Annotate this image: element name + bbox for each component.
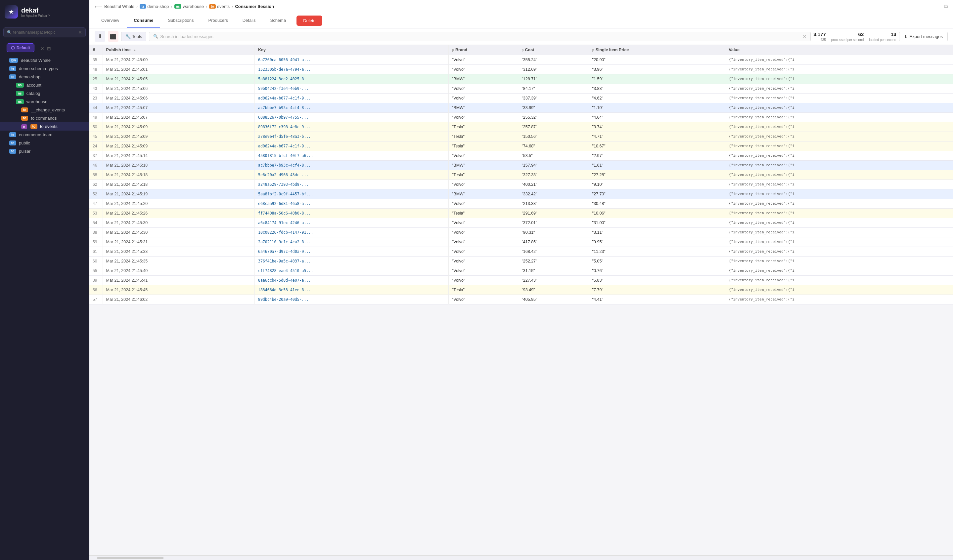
table-row[interactable]: 48 Mar 21, 2024 21:45:01 1523305b-de7a-4… xyxy=(89,65,953,74)
tab-schema[interactable]: Schema xyxy=(263,13,293,28)
cell-cost: "128.71" xyxy=(518,74,589,84)
table-row[interactable]: 38 Mar 21, 2024 21:45:30 10c08226-fdcb-4… xyxy=(89,227,953,237)
table-row[interactable]: 43 Mar 21, 2024 21:45:06 59b04242-f3e4-4… xyxy=(89,84,953,93)
messages-table-area[interactable]: # Publish time ▲ Key pBrand pCost pSingl… xyxy=(89,45,953,556)
tab-subscriptions[interactable]: Subscriptions xyxy=(161,13,200,28)
sidebar-item-demo-schema-types[interactable]: te demo-schema-types xyxy=(0,65,89,73)
topic-search-box[interactable]: 🔍 ✕ xyxy=(3,28,86,37)
table-row[interactable]: 25 Mar 21, 2024 21:45:05 5a88f224-3ec2-4… xyxy=(89,74,953,84)
horizontal-scrollbar[interactable] xyxy=(89,555,953,560)
cell-num: 35 xyxy=(89,55,102,65)
tab-consume[interactable]: Consume xyxy=(127,13,160,28)
table-row[interactable]: 52 Mar 21, 2024 21:45:19 5aa8fbf2-0c9f-4… xyxy=(89,189,953,199)
table-row[interactable]: 58 Mar 21, 2024 21:45:18 5e6c20a2-d966-4… xyxy=(89,170,953,179)
sidebar-item-warehouse[interactable]: ns warehouse xyxy=(0,97,89,106)
topic-search-input[interactable] xyxy=(13,30,78,35)
sidebar-label-demo-shop: demo-shop xyxy=(19,74,40,79)
table-row[interactable]: 57 Mar 21, 2024 21:46:02 89dbc4be-20a9-4… xyxy=(89,294,953,304)
sidebar-label-ecommerce-team: ecommerce-team xyxy=(19,132,52,137)
export-button[interactable]: ⬇ Export messages xyxy=(899,32,948,41)
clear-search-icon[interactable]: ✕ xyxy=(78,30,82,35)
table-row[interactable]: 49 Mar 21, 2024 21:45:07 60885267-0b97-4… xyxy=(89,112,953,122)
sidebar-item-commands[interactable]: to to commands xyxy=(0,114,89,122)
sidebar-item-change-events[interactable]: to __change_events xyxy=(0,106,89,114)
cell-key: 2a702110-9c1c-4ca2-8... xyxy=(255,237,449,247)
close-default-icon[interactable]: ✕ xyxy=(40,46,44,51)
table-row[interactable]: 59 Mar 21, 2024 21:45:31 2a702110-9c1c-4… xyxy=(89,237,953,247)
sidebar-item-beautiful-whale[interactable]: bw Beautiful Whale xyxy=(0,56,89,65)
cell-num: 52 xyxy=(89,189,102,199)
col-brand[interactable]: pBrand xyxy=(449,45,518,55)
table-row[interactable]: 44 Mar 21, 2024 21:45:07 ac7bbbe7-b93c-4… xyxy=(89,103,953,112)
breadcrumb-beautiful-whale[interactable]: Beautiful Whale xyxy=(104,4,134,9)
sidebar-item-events[interactable]: p to to events xyxy=(0,122,89,131)
table-row[interactable]: 35 Mar 21, 2024 21:45:00 6a7260ca-6056-4… xyxy=(89,55,953,65)
sidebar-item-pulsar[interactable]: te pulsar xyxy=(0,147,89,155)
pause-button[interactable]: ⏸ xyxy=(95,31,105,42)
sidebar-item-catalog[interactable]: ns catalog xyxy=(0,89,89,97)
table-row[interactable]: 24 Mar 21, 2024 21:45:09 ad06244a-b677-4… xyxy=(89,141,953,151)
tab-producers[interactable]: Producers xyxy=(202,13,234,28)
table-row[interactable]: 39 Mar 21, 2024 21:45:41 8aa6ccb4-5d8d-4… xyxy=(89,275,953,285)
breadcrumb-events[interactable]: to events xyxy=(209,4,230,9)
expand-icon[interactable]: ⊞ xyxy=(47,46,51,51)
cell-time: Mar 21, 2024 21:45:07 xyxy=(102,103,255,112)
cell-key: c1f74828-eae4-4510-a5... xyxy=(255,266,449,275)
cell-cost: "400.21" xyxy=(518,179,589,189)
table-row[interactable]: 47 Mar 21, 2024 21:45:20 e68caa92-6d81-4… xyxy=(89,199,953,208)
table-row[interactable]: 23 Mar 21, 2024 21:45:06 ad06244a-b677-4… xyxy=(89,93,953,103)
search-messages-input[interactable] xyxy=(160,34,801,39)
scrollbar-thumb[interactable] xyxy=(97,557,163,559)
default-badge[interactable]: ⬡ Default xyxy=(7,43,34,52)
cell-num: 57 xyxy=(89,294,102,304)
table-row[interactable]: 55 Mar 21, 2024 21:45:40 c1f74828-eae4-4… xyxy=(89,266,953,275)
sidebar-item-public[interactable]: te public xyxy=(0,139,89,147)
stop-button[interactable]: ⬛ xyxy=(108,31,118,42)
breadcrumb-warehouse[interactable]: ns warehouse xyxy=(174,4,204,9)
tab-overview[interactable]: Overview xyxy=(95,13,126,28)
stat-processed-label: processed per second xyxy=(831,38,864,42)
search-messages-input-wrapper[interactable]: 🔍 ✕ xyxy=(149,32,811,41)
table-row[interactable]: 37 Mar 21, 2024 21:45:14 4580f815-bfcf-4… xyxy=(89,151,953,160)
tab-details[interactable]: Details xyxy=(236,13,262,28)
stat-loaded-label: loaded per second xyxy=(869,38,896,42)
col-cost[interactable]: pCost xyxy=(518,45,589,55)
table-row[interactable]: 46 Mar 21, 2024 21:45:18 ac7bbbe7-b93c-4… xyxy=(89,160,953,170)
window-action-icon[interactable]: ⧉ xyxy=(944,4,948,9)
stat-processed-num: 62 xyxy=(858,31,864,38)
table-row[interactable]: 53 Mar 21, 2024 21:45:26 ff74408a-50c6-4… xyxy=(89,208,953,218)
cell-key: a248a529-7393-4bd9-... xyxy=(255,179,449,189)
sidebar-item-account[interactable]: ns account xyxy=(0,81,89,89)
cell-cost: "31.15" xyxy=(518,266,589,275)
table-row[interactable]: 50 Mar 21, 2024 21:45:09 89836f72-c398-4… xyxy=(89,122,953,131)
tools-button[interactable]: 🔧 Tools xyxy=(121,32,146,41)
cell-time: Mar 21, 2024 21:45:00 xyxy=(102,55,255,65)
table-row[interactable]: 45 Mar 21, 2024 21:45:09 a78e9e4f-d5fe-4… xyxy=(89,131,953,141)
table-row[interactable]: 60 Mar 21, 2024 21:45:35 376f41be-9a5c-4… xyxy=(89,256,953,266)
cell-price: "27.28" xyxy=(589,170,725,179)
breadcrumb-badge-to: to xyxy=(209,4,216,9)
default-label: Default xyxy=(17,46,30,50)
cell-brand: "BMW" xyxy=(449,74,518,84)
cell-value: {"inventory_item_received":{"i xyxy=(725,247,953,256)
table-row[interactable]: 62 Mar 21, 2024 21:45:18 a248a529-7393-4… xyxy=(89,179,953,189)
table-row[interactable]: 56 Mar 21, 2024 21:45:45 f834664d-3e53-4… xyxy=(89,285,953,294)
badge-change-events: to xyxy=(21,107,28,112)
breadcrumb-demo-shop[interactable]: te demo-shop xyxy=(140,4,169,9)
tab-delete[interactable]: Delete xyxy=(296,15,322,26)
cell-key: 60885267-0b97-4755-... xyxy=(255,112,449,122)
table-row[interactable]: 61 Mar 21, 2024 21:45:33 6a4670a7-d97c-4… xyxy=(89,247,953,256)
col-publish-time[interactable]: Publish time ▲ xyxy=(102,45,255,55)
table-row[interactable]: 54 Mar 21, 2024 21:45:30 a6c84174-91ec-4… xyxy=(89,218,953,227)
cell-value: {"inventory_item_received":{"i xyxy=(725,93,953,103)
cell-brand: "BMW" xyxy=(449,160,518,170)
sidebar-item-ecommerce-team[interactable]: te ecommerce-team xyxy=(0,131,89,139)
cell-price: "1.61" xyxy=(589,160,725,170)
col-single-item-price[interactable]: pSingle Item Price xyxy=(589,45,725,55)
cell-num: 60 xyxy=(89,256,102,266)
search-clear-icon[interactable]: ✕ xyxy=(803,34,806,39)
cell-key: 4580f815-bfcf-40f7-a6... xyxy=(255,151,449,160)
cell-cost: "417.85" xyxy=(518,237,589,247)
cell-key: 376f41be-9a5c-4037-a... xyxy=(255,256,449,266)
sidebar-item-demo-shop[interactable]: te demo-shop xyxy=(0,73,89,81)
